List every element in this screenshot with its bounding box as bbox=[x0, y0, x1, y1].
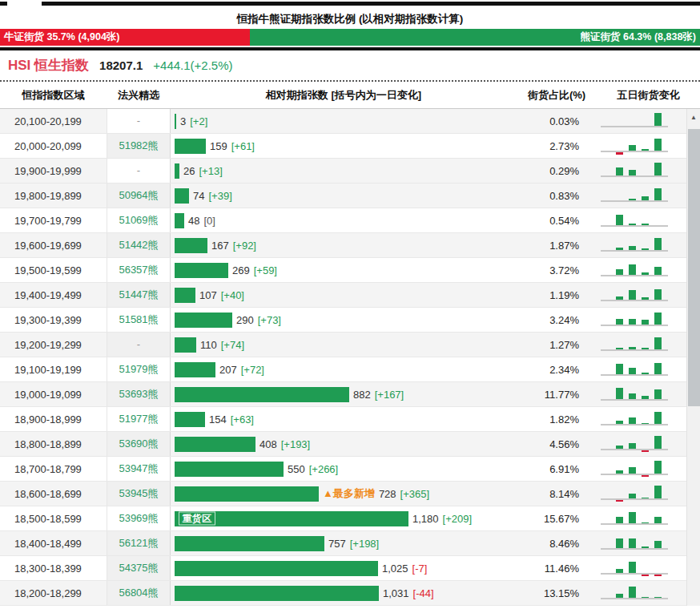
sg-pick-cell: 51979熊 bbox=[107, 357, 171, 381]
contracts-value: 74 bbox=[193, 190, 204, 202]
sparkline-bar bbox=[629, 170, 636, 175]
contracts-bar: 重货区 bbox=[175, 511, 408, 526]
sparkline-bar bbox=[642, 297, 649, 300]
page-title: 恒指牛熊证期指张数比例 (以相对期指张数计算) bbox=[0, 10, 700, 29]
sparkline-bar bbox=[629, 368, 636, 374]
warrant-code: 50964熊 bbox=[119, 189, 158, 201]
five-day-sparkline bbox=[597, 581, 686, 605]
sg-pick-cell: - bbox=[107, 333, 171, 357]
scrollbar-thumb[interactable] bbox=[688, 129, 700, 406]
outstanding-pct-cell: 2.34% bbox=[517, 364, 597, 376]
top-border-right-segment bbox=[42, 2, 700, 6]
sparkline-bar bbox=[654, 389, 662, 399]
sparkline-bar bbox=[629, 224, 636, 225]
contracts-bar bbox=[175, 337, 196, 353]
outstanding-pct-cell: 1.27% bbox=[517, 339, 597, 351]
sparkline-bar bbox=[629, 512, 636, 523]
column-header-outstanding-pct: 街货占比(%) bbox=[517, 88, 597, 103]
sparkline-bar bbox=[616, 446, 623, 449]
table-row: 19,000-19,09953693熊882[+167]11.77% bbox=[0, 382, 686, 407]
sparkline-bar bbox=[642, 149, 649, 151]
sparkline-baseline bbox=[601, 424, 668, 425]
sparkline-baseline bbox=[601, 126, 668, 127]
sparkline-bar bbox=[629, 538, 636, 548]
sparkline-bar bbox=[616, 538, 623, 548]
five-day-sparkline bbox=[597, 283, 686, 307]
cbbc-distribution-panel: 恒指牛熊证期指张数比例 (以相对期指张数计算) 牛证街货 35.7% (4,90… bbox=[0, 0, 700, 613]
outstanding-pct-cell: 0.83% bbox=[517, 190, 597, 202]
sg-pick-cell: 51442熊 bbox=[107, 233, 171, 257]
outstanding-pct-cell: 8.46% bbox=[517, 538, 597, 550]
contracts-bar-cell: 74[+39] bbox=[171, 183, 517, 208]
sg-pick-cell: 51069熊 bbox=[107, 208, 171, 232]
outstanding-pct-cell: 11.77% bbox=[517, 389, 597, 401]
sparkline-bar bbox=[654, 313, 662, 325]
sparkline-bar bbox=[629, 290, 636, 300]
index-range-cell: 19,800-19,899 bbox=[0, 190, 107, 202]
index-range-cell: 18,800-18,899 bbox=[0, 438, 107, 450]
sparkline-bar bbox=[642, 396, 649, 399]
five-day-sparkline bbox=[597, 482, 686, 506]
warrant-code: 53693熊 bbox=[119, 388, 158, 400]
outstanding-pct-cell: 13.15% bbox=[517, 587, 597, 599]
contracts-bar-cell: 154[+63] bbox=[171, 407, 517, 431]
top-border bbox=[0, 0, 700, 6]
table-row: 18,600-18,69953945熊▲最多新增728[+365]8.14% bbox=[0, 482, 686, 506]
index-range-cell: 18,400-18,499 bbox=[0, 538, 107, 550]
daily-change-value: [+2] bbox=[190, 115, 207, 127]
sparkline-bar bbox=[616, 348, 623, 349]
sparkline-baseline bbox=[601, 200, 668, 202]
contracts-bar-cell: 107[+40] bbox=[171, 283, 517, 307]
five-day-sparkline bbox=[597, 183, 686, 208]
scrollbar-up-arrow-icon[interactable]: ▲ bbox=[687, 109, 700, 126]
sparkline-baseline bbox=[601, 598, 668, 599]
scrollbar[interactable]: ▲ bbox=[686, 109, 700, 606]
five-day-sparkline bbox=[597, 308, 686, 332]
contracts-value: 1,025 bbox=[382, 563, 408, 575]
contracts-bar-cell: 159[+61] bbox=[171, 134, 517, 158]
index-range-cell: 18,700-18,799 bbox=[0, 463, 107, 475]
contracts-bar bbox=[175, 188, 189, 204]
sg-pick-cell: 51581熊 bbox=[107, 308, 171, 332]
table-body: 20,100-20,199-3[+2]0.03%20,000-20,099519… bbox=[0, 109, 700, 606]
daily-change-value: [+74] bbox=[221, 339, 244, 351]
sg-pick-cell: 53690熊 bbox=[107, 432, 171, 456]
sparkline-bar bbox=[616, 319, 623, 325]
sparkline-bar bbox=[629, 494, 636, 498]
sparkline-bar bbox=[654, 337, 662, 349]
sparkline-bar bbox=[642, 423, 649, 424]
five-day-sparkline bbox=[597, 531, 686, 555]
index-range-cell: 19,900-19,999 bbox=[0, 165, 107, 177]
daily-change-value: [-44] bbox=[413, 587, 434, 599]
sparkline-bar bbox=[654, 363, 662, 374]
sparkline-baseline bbox=[601, 399, 668, 401]
sg-pick-cell: 54375熊 bbox=[107, 556, 171, 580]
outstanding-pct-cell: 8.14% bbox=[517, 488, 597, 500]
no-pick-dash: - bbox=[137, 338, 140, 350]
sparkline-bar bbox=[616, 470, 623, 474]
daily-change-value: [+61] bbox=[231, 140, 255, 152]
contracts-value: 290 bbox=[236, 314, 254, 326]
outstanding-pct-cell: 6.91% bbox=[517, 463, 597, 475]
sparkline-bar bbox=[616, 364, 623, 374]
table-row: 19,600-19,69951442熊167[+92]1.87% bbox=[0, 233, 686, 258]
contracts-value: 3 bbox=[180, 115, 186, 127]
sparkline-bar bbox=[616, 421, 623, 424]
sg-pick-cell: 50964熊 bbox=[107, 183, 171, 208]
sparkline-bar bbox=[642, 475, 649, 477]
contracts-bar-cell: 3[+2] bbox=[171, 109, 517, 133]
sparkline-bar bbox=[654, 163, 662, 175]
sg-pick-cell: 51447熊 bbox=[107, 283, 171, 307]
sg-pick-cell: 56357熊 bbox=[107, 258, 171, 282]
contracts-bar bbox=[175, 561, 378, 576]
table-row: 18,500-18,59953969熊重货区1,180[+209]15.67% bbox=[0, 506, 686, 531]
warrant-code: 51442熊 bbox=[119, 239, 158, 251]
sg-pick-cell: 51977熊 bbox=[107, 407, 171, 431]
bear-ratio-segment: 熊证街货 64.3% (8,838张) bbox=[250, 29, 700, 46]
sparkline-bar bbox=[654, 113, 662, 126]
contracts-bar-cell: 1,031[-44] bbox=[171, 581, 517, 605]
top-border-left-segment bbox=[0, 2, 7, 6]
contracts-bar-cell: 269[+59] bbox=[171, 258, 517, 282]
contracts-value: 550 bbox=[288, 463, 305, 475]
table-rows: 20,100-20,199-3[+2]0.03%20,000-20,099519… bbox=[0, 109, 686, 606]
